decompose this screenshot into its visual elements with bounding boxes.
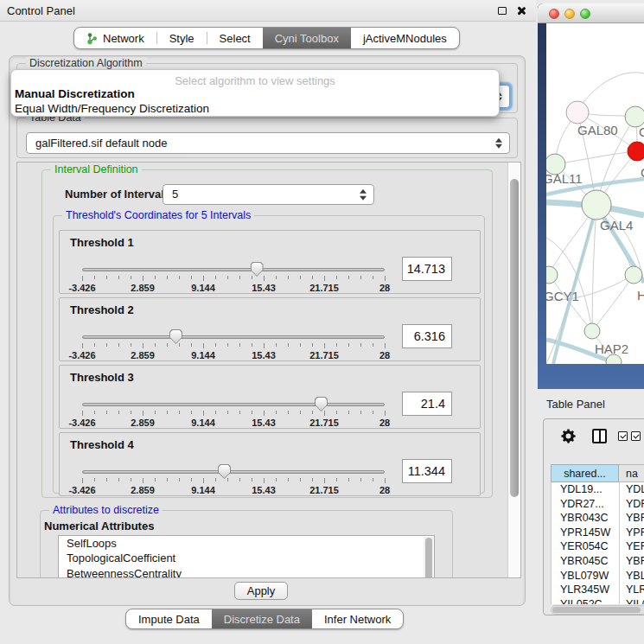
tick-mark <box>203 276 204 281</box>
table-horizontal-scrollbar[interactable] <box>551 605 644 615</box>
tick-mark <box>324 276 325 281</box>
tick-mark <box>155 478 156 481</box>
close-window-icon[interactable] <box>549 9 559 19</box>
slider-handle[interactable] <box>251 262 264 277</box>
tick-label: 21.715 <box>309 283 339 293</box>
table-data-combobox[interactable]: galFiltered.sif default node <box>26 132 510 154</box>
node-hap2[interactable] <box>584 323 600 339</box>
interval-definition-label: Interval Definition <box>51 163 142 175</box>
tick-mark <box>118 411 119 414</box>
threshold-4-value-field[interactable]: 11.344 <box>402 459 452 483</box>
tab-cyni-toolbox[interactable]: Cyni Toolbox <box>263 28 351 48</box>
tab-impute-data[interactable]: Impute Data <box>126 609 212 628</box>
table-row[interactable]: YDL19...YDL1 <box>552 482 644 497</box>
table-row[interactable]: YPR145WYPR1 <box>552 526 644 540</box>
tick-mark <box>252 343 252 347</box>
close-icon[interactable] <box>516 6 526 16</box>
attribute-list-item[interactable]: SelfLoops <box>59 536 434 552</box>
table-row[interactable]: YLR345WYLR3 <box>552 583 644 597</box>
cell-name: YBL0 <box>620 569 644 583</box>
tick-mark <box>82 411 83 416</box>
tick-mark <box>227 478 228 481</box>
tick-mark <box>276 411 277 414</box>
tick-label: 28 <box>379 283 390 293</box>
minimize-window-icon[interactable] <box>564 9 575 19</box>
panel-title: Control Panel <box>7 0 75 22</box>
tick-mark <box>167 276 168 279</box>
table-row[interactable]: YER054CYER0 <box>552 539 644 554</box>
tick-mark <box>360 276 361 279</box>
algorithm-group-label: Discretization Algorithm <box>26 57 146 69</box>
thresholds-group: Threshold's Coordinates for 5 Intervals … <box>53 215 485 494</box>
cell-name: YPR1 <box>620 526 644 540</box>
zoom-window-icon[interactable] <box>580 9 590 19</box>
float-panel-icon[interactable] <box>498 7 507 15</box>
threshold-2-value-field[interactable]: 6.316 <box>402 324 452 348</box>
node-selected-red[interactable] <box>628 142 644 161</box>
apply-button[interactable]: Apply <box>234 582 288 600</box>
tab-infer-network[interactable]: Infer Network <box>312 609 403 628</box>
network-canvas[interactable]: GAL80GAL11GAL4GCY1HAP2GACH <box>546 23 644 364</box>
tick-label: 15.43 <box>252 418 276 428</box>
node-h[interactable] <box>625 266 642 284</box>
tick-mark <box>312 343 313 347</box>
table-row[interactable]: YDR27...YDR2 <box>552 497 644 512</box>
column-layout-icon[interactable] <box>592 429 607 443</box>
table-row[interactable]: YBR045CYBR0 <box>552 554 644 569</box>
numerical-attributes-label: Numerical Attributes <box>44 520 154 532</box>
number-of-intervals-combobox[interactable]: 5 <box>163 184 374 205</box>
table-row[interactable]: YBR043CYBR0 <box>552 511 644 526</box>
settings-gear-icon[interactable] <box>561 429 576 447</box>
tick-mark <box>276 478 277 481</box>
tab-jactivemnodules[interactable]: jActiveMNodules <box>351 28 459 48</box>
tab-label: jActiveMNodules <box>363 32 447 45</box>
tick-label: 9.144 <box>191 350 215 360</box>
column-header-0[interactable]: shared... <box>551 464 619 482</box>
tick-mark <box>143 343 143 348</box>
tab-network[interactable]: Network <box>74 28 156 48</box>
threshold-1-panel: Threshold 1-3.4262.8599.14415.4321.71528… <box>59 230 481 294</box>
tick-mark <box>167 411 168 414</box>
cell-name: YIL0 <box>620 597 644 604</box>
list-scrollbar[interactable] <box>424 537 433 578</box>
tab-select[interactable]: Select <box>207 28 263 48</box>
slider-handle[interactable] <box>315 397 328 411</box>
dropdown-option-equal-width-frequency-discretization[interactable]: Equal Width/Frequency Discretization <box>11 101 499 116</box>
cell-name: YDR2 <box>620 497 644 512</box>
tick-label: 2.859 <box>131 485 155 495</box>
checkbox-pair-icon[interactable] <box>618 431 644 441</box>
node-gal4[interactable] <box>582 190 611 220</box>
node-gal80[interactable] <box>566 101 589 124</box>
slider-track[interactable] <box>82 268 385 271</box>
threshold-3-value-field[interactable]: 21.4 <box>402 392 452 416</box>
node-table: shared...na YDL19...YDL1YDR27...YDR2YBR0… <box>551 464 644 604</box>
node-gcy1[interactable] <box>546 266 558 284</box>
bottom-tab-bar: Impute DataDiscretize DataInfer Network <box>125 609 404 629</box>
slider-track[interactable] <box>82 403 385 406</box>
cell-name: YBR0 <box>620 554 644 569</box>
tick-mark <box>324 411 325 416</box>
tab-discretize-data[interactable]: Discretize Data <box>212 609 312 628</box>
tick-label: 2.859 <box>131 418 155 428</box>
attribute-list-item[interactable]: BetweennessCentrality <box>59 566 434 578</box>
threshold-1-value-field[interactable]: 14.713 <box>402 257 452 281</box>
column-header-1[interactable]: na <box>619 464 644 482</box>
combo-arrows-icon <box>495 137 502 149</box>
table-row[interactable]: YIL052CYIL0 <box>552 597 644 604</box>
cell-shared-name: YBR043C <box>552 511 620 526</box>
tick-mark <box>252 276 252 279</box>
tick-mark <box>324 343 325 348</box>
tick-label: 9.144 <box>191 485 215 495</box>
table-row[interactable]: YBL079WYBL0 <box>552 569 644 583</box>
settings-vertical-scrollbar[interactable] <box>507 163 520 577</box>
slider-handle[interactable] <box>169 329 182 344</box>
tab-style[interactable]: Style <box>157 28 207 48</box>
network-view-window: GAL80GAL11GAL4GCY1HAP2GACH <box>538 3 644 389</box>
slider-handle[interactable] <box>218 464 231 479</box>
tick-mark <box>155 343 156 347</box>
attribute-list-item[interactable]: TopologicalCoefficient <box>59 552 434 567</box>
tick-mark <box>94 478 95 481</box>
slider-track[interactable] <box>82 470 385 474</box>
slider-track[interactable] <box>82 335 385 339</box>
dropdown-option-manual-discretization[interactable]: Manual Discretization <box>11 86 499 101</box>
